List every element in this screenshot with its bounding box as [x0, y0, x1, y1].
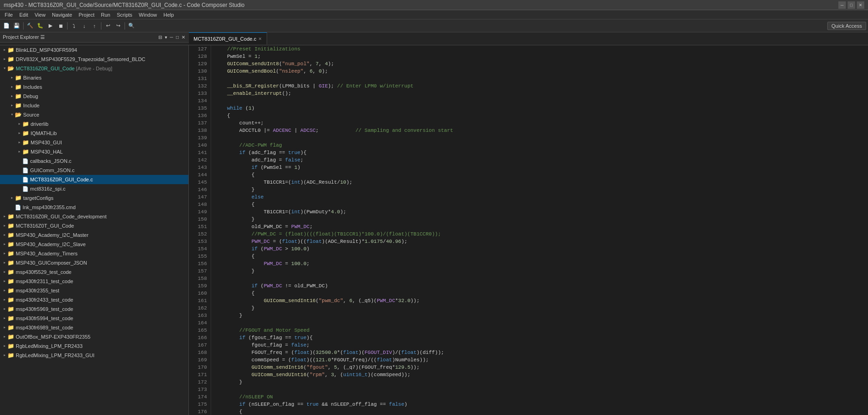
tree-item-MCT8316Z0R_GUI_Code[interactable]: ▾📂MCT8316Z0R_GUI_Code [Active - Debug] — [0, 64, 188, 73]
tree-arrow-MCT8316Z0R_GUI_Code_dev[interactable]: ▸ — [2, 212, 7, 221]
tree-arrow-OutOfBox_MSP-EXP430FR2355[interactable]: ▸ — [2, 333, 7, 341]
menu-run[interactable]: Run — [98, 11, 113, 19]
menu-file[interactable]: File — [2, 11, 16, 19]
tree-item-BlinkLED_MSP430FR5994[interactable]: ▸📁BlinkLED_MSP430FR5994 — [0, 45, 188, 55]
tree-item-GUIComm_JSON.c[interactable]: 📄GUIComm_JSON.c — [0, 166, 188, 175]
tree-arrow-MCT8316Z0R_GUI_Code[interactable]: ▾ — [2, 64, 7, 73]
tree-item-Debug[interactable]: ▸📁Debug — [0, 92, 188, 101]
tree-item-msp430f5529_test_code[interactable]: ▸📁msp430f5529_test_code — [0, 267, 188, 277]
step-into-button[interactable]: ↓ — [80, 21, 89, 31]
undo-button[interactable]: ↩ — [103, 21, 112, 31]
tree-item-MSP430_GUI[interactable]: ▸📁MSP430_GUI — [0, 138, 188, 147]
tree-arrow-Includes[interactable]: ▸ — [9, 83, 15, 91]
pe-maximize-button[interactable]: □ — [175, 34, 180, 40]
tree-arrow-msp430fr2355_test[interactable]: ▸ — [2, 286, 7, 295]
tree-arrow-Source[interactable]: ▾ — [9, 111, 15, 119]
tree-item-MCT8316Z0T_GUI_Code[interactable]: ▸📁MCT8316Z0T_GUI_Code — [0, 221, 188, 230]
tree-item-MSP430_GUIComposer_JSON[interactable]: ▸📁MSP430_GUIComposer_JSON — [0, 258, 188, 267]
tree-item-MCT8316Z0R_GUI_Code_dev[interactable]: ▸📁MCT8316Z0R_GUI_Code_development — [0, 212, 188, 221]
step-over-button[interactable]: ⤵ — [69, 21, 79, 31]
tree-item-MSP430_Academy_I2C_Master[interactable]: ▸📁MSP430_Academy_I2C_Master — [0, 230, 188, 240]
line-number-176: 176 — [193, 408, 207, 415]
tree-arrow-MSP430_Academy_Timers[interactable]: ▸ — [2, 249, 7, 258]
tree-item-Includes[interactable]: ▸📁Includes — [0, 82, 188, 92]
tree-item-Source[interactable]: ▾📂Source — [0, 110, 188, 119]
tree-label-MSP430_Academy_Timers: MSP430_Academy_Timers — [16, 249, 77, 258]
tree-arrow-msp430fr5969_test_code[interactable]: ▸ — [2, 305, 7, 313]
redo-button[interactable]: ↪ — [113, 21, 123, 31]
menu-window[interactable]: Window — [136, 11, 160, 19]
minimize-button[interactable]: ─ — [838, 1, 846, 9]
tree-arrow-RgbLedMixing_LPM_FR2433_GUI[interactable]: ▸ — [2, 351, 7, 359]
tree-arrow-DRV832X_MSP430F5529_Trap[interactable]: ▸ — [2, 55, 7, 63]
close-button[interactable]: ✕ — [857, 1, 864, 9]
tree-arrow-driverlib[interactable]: ▸ — [17, 120, 22, 128]
tree-arrow-targetConfigs[interactable]: ▸ — [9, 194, 15, 202]
quick-access-button[interactable]: Quick Access — [827, 22, 866, 30]
menu-edit[interactable]: Edit — [17, 11, 31, 19]
tree-item-RgbLedMixing_LPM_FR2433[interactable]: ▸📁RgbLedMixing_LPM_FR2433 — [0, 341, 188, 351]
tree-item-IQMATHLib[interactable]: ▸📁IQMATHLib — [0, 129, 188, 138]
tree-item-Binaries[interactable]: ▸📁Binaries — [0, 73, 188, 82]
tree-label-lnk_msp430fr2355.cmd: lnk_msp430fr2355.cmd — [23, 203, 75, 211]
tab-mct8316z0r-gui-code[interactable]: MCT8316Z0R_GUI_Code.c ✕ — [189, 32, 267, 44]
menu-navigate[interactable]: Navigate — [49, 11, 75, 19]
pe-close-button[interactable]: ✕ — [181, 34, 186, 40]
tree-arrow-msp430fr6989_test_code[interactable]: ▸ — [2, 323, 7, 332]
menu-help[interactable]: Help — [161, 11, 177, 19]
tree-item-MCT8316Z0R_GUI_Code.c[interactable]: 📄MCT8316Z0R_GUI_Code.c — [0, 175, 188, 184]
stop-button[interactable]: ⏹ — [56, 21, 65, 31]
tree-arrow-msp430fr2433_test_code[interactable]: ▸ — [2, 296, 7, 304]
tree-item-msp430fr6989_test_code[interactable]: ▸📁msp430fr6989_test_code — [0, 323, 188, 332]
tree-item-callbacks_JSON.c[interactable]: 📄callbacks_JSON.c — [0, 156, 188, 166]
tree-arrow-msp430fr5994_test_code[interactable]: ▸ — [2, 314, 7, 322]
tree-item-MSP430_Academy_I2C_Slave[interactable]: ▸📁MSP430_Academy_I2C_Slave — [0, 240, 188, 249]
menu-project[interactable]: Project — [76, 11, 97, 19]
menu-scripts[interactable]: Scripts — [114, 11, 135, 19]
tree-arrow-msp430fr2311_test_code[interactable]: ▸ — [2, 277, 7, 285]
menu-view[interactable]: View — [32, 11, 49, 19]
debug-button[interactable]: 🐛 — [36, 21, 45, 31]
pe-menu-button[interactable]: ▾ — [164, 34, 168, 40]
tree-item-MSP430_Academy_Timers[interactable]: ▸📁MSP430_Academy_Timers — [0, 249, 188, 258]
tree-arrow-msp430f5529_test_code[interactable]: ▸ — [2, 268, 7, 276]
tree-arrow-IQMATHLib[interactable]: ▸ — [17, 129, 22, 137]
tree-item-Include[interactable]: ▸📁Include — [0, 101, 188, 110]
tree-arrow-Debug[interactable]: ▸ — [9, 92, 15, 100]
tree-item-lnk_msp430fr2355.cmd[interactable]: 📄lnk_msp430fr2355.cmd — [0, 203, 188, 212]
tree-item-RgbLedMixing_LPM_FR2433_GUI[interactable]: ▸📁RgbLedMixing_LPM_FR2433_GUI — [0, 351, 188, 360]
tree-arrow-MSP430_Academy_I2C_Slave[interactable]: ▸ — [2, 240, 7, 248]
tree-arrow-MSP430_Academy_I2C_Master[interactable]: ▸ — [2, 231, 7, 239]
search-button[interactable]: 🔍 — [127, 21, 136, 31]
pe-collapse-button[interactable]: ⊟ — [157, 34, 163, 40]
pe-minimize-button[interactable]: ─ — [169, 34, 174, 40]
tree-arrow-MCT8316Z0T_GUI_Code[interactable]: ▸ — [2, 222, 7, 230]
tab-close-icon[interactable]: ✕ — [258, 37, 262, 41]
tree-item-msp430fr5969_test_code[interactable]: ▸📁msp430fr5969_test_code — [0, 304, 188, 314]
code-editor[interactable]: 1271281291301311321331341351361371381391… — [189, 45, 868, 415]
tree-arrow-MSP430_GUIComposer_JSON[interactable]: ▸ — [2, 259, 7, 267]
maximize-button[interactable]: □ — [848, 1, 855, 9]
tree-item-mct8316z_spi.c[interactable]: 📄mct8316z_spi.c — [0, 184, 188, 193]
run-button[interactable]: ▶ — [46, 21, 55, 31]
tree-item-msp430fr5994_test_code[interactable]: ▸📁msp430fr5994_test_code — [0, 314, 188, 323]
tree-item-msp430fr2355_test[interactable]: ▸📁msp430fr2355_test — [0, 286, 188, 295]
build-button[interactable]: 🔨 — [25, 21, 35, 31]
tree-item-MSP430_HAL[interactable]: ▸📁MSP430_HAL — [0, 147, 188, 156]
new-file-button[interactable]: 📄 — [2, 21, 11, 31]
save-button[interactable]: 💾 — [12, 21, 21, 31]
tree-item-OutOfBox_MSP-EXP430FR2355[interactable]: ▸📁OutOfBox_MSP-EXP430FR2355 — [0, 332, 188, 341]
tree-item-DRV832X_MSP430F5529_Trap[interactable]: ▸📁DRV832X_MSP430F5529_Trapezoidal_Sensor… — [0, 55, 188, 64]
tree-label-callbacks_JSON.c: callbacks_JSON.c — [30, 157, 71, 165]
step-return-button[interactable]: ↑ — [90, 21, 99, 31]
tree-arrow-RgbLedMixing_LPM_FR2433[interactable]: ▸ — [2, 342, 7, 350]
tree-item-targetConfigs[interactable]: ▸📁targetConfigs — [0, 193, 188, 203]
tree-item-msp430fr2433_test_code[interactable]: ▸📁msp430fr2433_test_code — [0, 295, 188, 304]
tree-arrow-MSP430_GUI[interactable]: ▸ — [17, 138, 22, 147]
tree-arrow-BlinkLED_MSP430FR5994[interactable]: ▸ — [2, 46, 7, 54]
tree-arrow-Include[interactable]: ▸ — [9, 101, 15, 110]
tree-item-msp430fr2311_test_code[interactable]: ▸📁msp430fr2311_test_code — [0, 277, 188, 286]
tree-arrow-Binaries[interactable]: ▸ — [9, 74, 15, 82]
tree-item-driverlib[interactable]: ▸📁driverlib — [0, 119, 188, 129]
tree-arrow-MSP430_HAL[interactable]: ▸ — [17, 148, 22, 156]
